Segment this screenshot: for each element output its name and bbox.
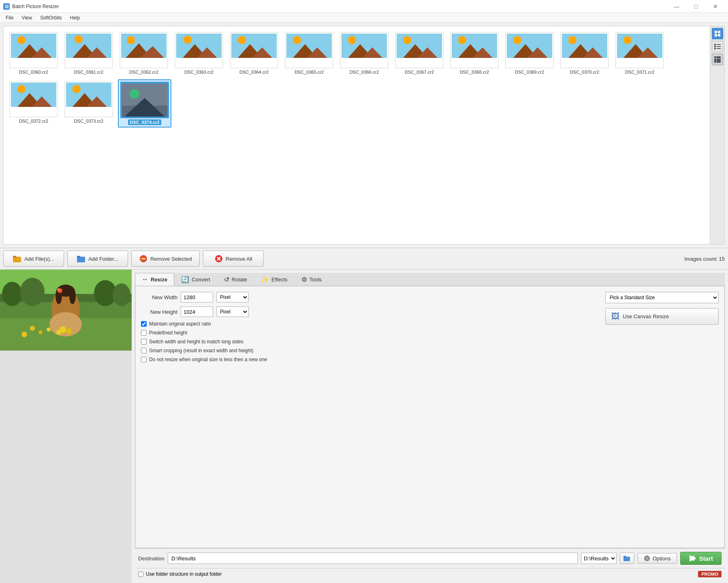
svg-rect-105 (714, 61, 716, 63)
new-height-input[interactable] (181, 306, 213, 317)
canvas-icon: 🖼 (611, 312, 619, 321)
remove-selected-label: Remove Selected (150, 256, 192, 262)
destination-bar: Destination D:\Results Options Start (135, 548, 725, 568)
list-item[interactable]: DSC_0367.cr2 (393, 30, 445, 76)
add-folder-button[interactable]: Add Folder... (67, 251, 128, 267)
standard-size-select[interactable]: Pick a Standard Size 640×480 800×600 102… (605, 292, 719, 303)
add-files-label: Add File(s)... (24, 256, 54, 262)
menu-file[interactable]: File (2, 14, 17, 21)
folder-structure-checkbox[interactable] (138, 572, 143, 577)
list-item[interactable]: DSC_0365.cr2 (283, 30, 335, 76)
svg-point-71 (623, 36, 632, 44)
options-button[interactable]: Options (638, 553, 677, 564)
switch-sides-checkbox[interactable] (141, 339, 147, 345)
minimize-button[interactable]: — (667, 0, 686, 13)
tab-effects[interactable]: ✨ Effects (254, 273, 295, 286)
new-height-label: New Height (141, 309, 177, 315)
list-item[interactable]: DSC_0364.cr2 (228, 30, 280, 76)
add-folder-label: Add Folder... (88, 256, 118, 262)
tab-resize[interactable]: ↔ Resize (135, 273, 174, 286)
svg-rect-99 (714, 56, 716, 58)
predefined-height-row: Predefined height (141, 330, 597, 336)
smart-crop-label: Smart cropping (result in exact width an… (149, 348, 253, 353)
app-title: Batch Picture Resizer (12, 4, 59, 9)
maximize-button[interactable]: □ (687, 0, 705, 13)
list-item[interactable]: DSC_0368.cr2 (448, 30, 500, 76)
thumbnail (9, 32, 58, 68)
gallery-view-large-button[interactable] (712, 28, 723, 39)
tab-tools-label: Tools (310, 277, 322, 283)
svg-rect-148 (648, 558, 649, 559)
destination-dropdown[interactable]: D:\Results (581, 553, 617, 564)
canvas-resize-label: Use Canvas Resize (623, 313, 669, 319)
add-files-button[interactable]: Add File(s)... (3, 251, 64, 267)
list-item[interactable]: DSC_0360.cr2 (8, 30, 60, 76)
remove-selected-button[interactable]: Remove Selected (131, 251, 200, 267)
image-name: DSC_0362.cr2 (129, 70, 158, 74)
tabs: ↔ Resize 🔄 Convert ↺ Rotate ✨ Effects ⚙ (135, 273, 725, 286)
remove-all-icon (214, 254, 223, 263)
height-unit-select[interactable]: Pixel Percent Centimeter Inch (216, 306, 249, 317)
image-name: DSC_0365.cr2 (295, 70, 324, 74)
no-resize-smaller-checkbox[interactable] (141, 357, 147, 362)
images-count: Images count: 15 (684, 256, 725, 262)
svg-point-137 (49, 312, 82, 336)
toolbar: Add File(s)... Add Folder... Remove Sele… (0, 248, 728, 270)
remove-all-label: Remove All (226, 256, 252, 262)
destination-browse-button[interactable] (620, 553, 634, 564)
svg-point-23 (184, 36, 192, 44)
remove-all-button[interactable]: Remove All (203, 251, 264, 267)
tab-convert[interactable]: 🔄 Convert (174, 273, 217, 286)
start-button[interactable]: Start (680, 552, 722, 565)
menu-view[interactable]: View (17, 14, 36, 21)
tab-rotate[interactable]: ↺ Rotate (217, 273, 254, 286)
image-name: DSC_0371.cr2 (625, 70, 654, 74)
gallery-view-grid-button[interactable] (712, 54, 723, 65)
list-item[interactable]: DSC_0371.cr2 (614, 30, 666, 76)
svg-rect-93 (714, 44, 716, 45)
settings-right: Pick a Standard Size 640×480 800×600 102… (605, 292, 719, 542)
list-item[interactable]: DSC_0369.cr2 (504, 30, 555, 76)
svg-rect-95 (714, 46, 716, 47)
options-label: Options (653, 555, 671, 562)
list-item[interactable]: DSC_0363.cr2 (173, 30, 225, 76)
tab-tools[interactable]: ⚙ Tools (295, 273, 329, 286)
svg-rect-97 (714, 48, 716, 49)
svg-point-88 (130, 89, 139, 99)
switch-sides-row: Switch width and height to match long si… (141, 339, 597, 345)
list-item[interactable]: DSC_0362.cr2 (118, 30, 170, 76)
canvas-resize-button[interactable]: 🖼 Use Canvas Resize (605, 308, 719, 325)
width-unit-select[interactable]: Pixel Percent Centimeter Inch (216, 292, 249, 302)
gallery-area: DSC_0360.cr2 DSC_0361.cr2 (3, 26, 725, 245)
tab-convert-label: Convert (192, 277, 210, 283)
list-item[interactable]: DSC_0361.cr2 (63, 30, 115, 76)
gallery-view-list-button[interactable] (712, 41, 723, 52)
image-name: DSC_0363.cr2 (184, 70, 213, 74)
svg-rect-102 (714, 59, 716, 61)
thumbnail (340, 32, 389, 68)
gallery-grid: DSC_0360.cr2 DSC_0361.cr2 (4, 26, 710, 244)
image-name: DSC_0366.cr2 (350, 70, 379, 74)
list-item[interactable]: DSC_0372.cr2 (8, 79, 60, 128)
list-item[interactable]: DSC_0370.cr2 (559, 30, 611, 76)
menu-softorbits[interactable]: SoftOrbits (36, 14, 66, 21)
list-item[interactable]: DSC_0366.cr2 (338, 30, 390, 76)
thumbnail (120, 32, 168, 68)
close-button[interactable]: ✕ (706, 0, 725, 13)
svg-rect-96 (717, 46, 721, 47)
smart-crop-checkbox[interactable] (141, 348, 147, 353)
add-files-icon (13, 254, 22, 263)
list-item[interactable]: DSC_0373.cr2 (63, 79, 115, 128)
new-width-input[interactable] (181, 292, 213, 302)
destination-input[interactable] (168, 553, 578, 564)
image-name: DSC_0372.cr2 (19, 119, 48, 123)
predefined-height-checkbox[interactable] (141, 330, 147, 336)
list-item[interactable]: DSC_0374.cr2 (118, 79, 171, 128)
menu-help[interactable]: Help (66, 14, 84, 21)
thumbnail (395, 32, 444, 68)
svg-point-128 (21, 332, 27, 337)
thumbnail (64, 81, 113, 117)
gallery-sidebar (710, 26, 724, 244)
svg-point-53 (458, 36, 466, 44)
maintain-aspect-checkbox[interactable] (141, 321, 147, 327)
